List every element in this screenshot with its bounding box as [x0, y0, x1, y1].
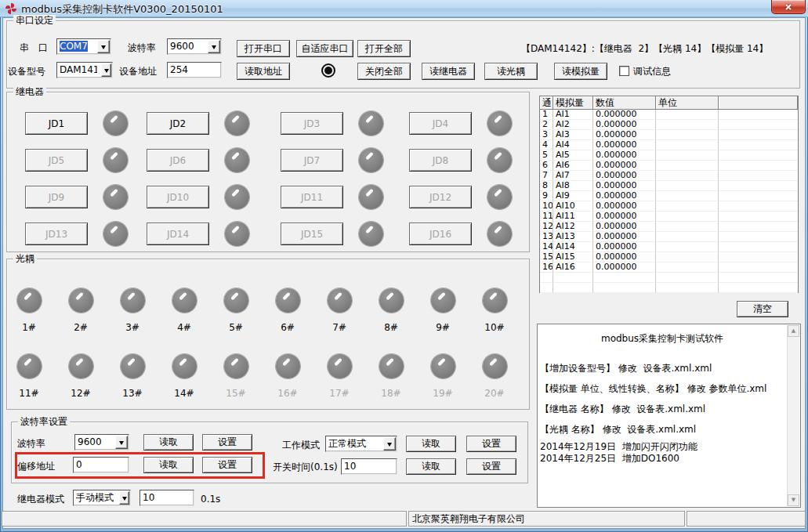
cell-name: AI9	[553, 191, 593, 201]
read-opto-button[interactable]: 读光耦	[484, 63, 538, 80]
read-addr-button[interactable]: 读取地址	[237, 63, 290, 80]
scroll-down-icon[interactable]: ▼	[788, 494, 799, 506]
cell-unit	[656, 110, 719, 120]
scroll-up-icon[interactable]: ▲	[788, 325, 799, 337]
cell-unit	[656, 262, 719, 273]
opto-knob-icon	[121, 354, 145, 378]
clear-button[interactable]: 清空	[737, 301, 788, 317]
port-combo[interactable]: COM7	[56, 38, 111, 55]
relay-button[interactable]: JD15	[281, 223, 343, 245]
column-header[interactable]: 通	[540, 96, 553, 110]
switch-time-set-button[interactable]: 设置	[466, 458, 516, 475]
opto-knob-icon	[328, 354, 352, 378]
relay-button[interactable]: JD5	[25, 149, 88, 172]
baud-combo[interactable]: 9600	[167, 38, 222, 55]
opto-knob-icon	[69, 354, 93, 378]
opto-label: 12#	[71, 388, 90, 399]
opto-item: 20#	[469, 354, 520, 399]
info-line: 【增加设备型号】 修改 设备表.xml.xml	[540, 363, 784, 374]
chevron-down-icon[interactable]	[97, 40, 110, 53]
opto-label: 3#	[125, 322, 139, 333]
relay-button[interactable]: JD9	[25, 186, 88, 208]
opto-item: 11#	[3, 354, 55, 399]
column-header[interactable]: 单位	[656, 96, 719, 110]
close-all-button[interactable]: 关闭全部	[357, 63, 411, 80]
chevron-down-icon[interactable]	[383, 437, 396, 451]
relay-button[interactable]: JD6	[147, 149, 209, 172]
relay-button[interactable]: JD1	[25, 112, 88, 135]
cell-channel	[540, 273, 553, 283]
title-bar[interactable]: modbus采集控制卡软件V0300_20150101	[0, 0, 808, 17]
relay-mode-value: 手动模式	[76, 492, 114, 503]
relay-cell: JD3	[268, 105, 397, 142]
column-header[interactable]	[719, 96, 798, 110]
status-panel-left	[2, 511, 407, 527]
cell-unit	[656, 273, 719, 283]
relay-button[interactable]: JD14	[147, 223, 209, 245]
relay-cell: JD11	[268, 179, 397, 215]
switch-time-input[interactable]: 10	[341, 458, 397, 475]
opto-label: 19#	[433, 388, 452, 399]
relay-button[interactable]: JD10	[147, 186, 209, 208]
work-mode-combo[interactable]: 正常模式	[325, 436, 397, 452]
cell-name: AI1	[553, 110, 593, 120]
switch-time-read-button[interactable]: 读取	[406, 458, 456, 475]
relay-button[interactable]: JD11	[281, 186, 343, 208]
column-header[interactable]: 模拟量	[553, 96, 593, 110]
read-relay-button[interactable]: 读继电器	[422, 63, 475, 80]
chevron-down-icon[interactable]	[115, 436, 128, 449]
opto-label: 4#	[177, 322, 191, 333]
relay-button[interactable]: JD3	[281, 112, 343, 135]
relay-mode-time-input[interactable]: 10	[139, 490, 194, 506]
cell-name: AI10	[553, 201, 593, 212]
model-label: 设备型号	[8, 66, 45, 78]
chevron-down-icon[interactable]	[119, 491, 129, 505]
opto-knob-icon	[121, 288, 145, 313]
cell-channel: 5	[540, 150, 553, 161]
model-combo[interactable]: DAM14142	[56, 62, 113, 78]
status-indicator-icon	[321, 63, 335, 78]
auto-port-button[interactable]: 自适应串口	[296, 40, 353, 57]
chevron-down-icon[interactable]	[101, 63, 111, 77]
column-header[interactable]: 数值	[593, 96, 656, 110]
relay-button[interactable]: JD8	[409, 149, 472, 172]
baud2-combo[interactable]: 9600	[74, 434, 129, 451]
relay-button[interactable]: JD12	[409, 186, 472, 208]
opto-knob-icon	[172, 288, 197, 313]
cell-unit	[656, 212, 719, 222]
relay-knob-icon	[359, 111, 383, 136]
relay-knob-icon	[359, 222, 383, 246]
relay-mode-combo[interactable]: 手动模式	[73, 490, 131, 506]
cell-unit	[656, 171, 719, 181]
cell-name: AI3	[553, 130, 593, 140]
relay-button[interactable]: JD13	[25, 223, 88, 245]
relay-cell: JD7	[268, 142, 397, 179]
open-port-button[interactable]: 打开串口	[237, 40, 290, 57]
open-all-button[interactable]: 打开全部	[357, 40, 411, 57]
cell-unit	[656, 130, 719, 140]
cell-channel	[540, 283, 553, 293]
read-analog-button[interactable]: 读模拟量	[554, 63, 607, 80]
cell-channel: 2	[540, 120, 553, 130]
cell-extra	[719, 262, 798, 273]
work-mode-read-button[interactable]: 读取	[406, 436, 456, 452]
switch-time-label: 开关时间(0.1s)	[273, 461, 338, 473]
baud-set-button[interactable]: 设置	[202, 434, 252, 451]
app-window: modbus采集控制卡软件V0300_20150101 串口设定 串 口 COM…	[0, 0, 808, 532]
cell-extra	[719, 252, 798, 262]
relay-button[interactable]: JD2	[147, 112, 209, 135]
cell-value	[593, 273, 656, 283]
relay-knob-icon	[225, 111, 249, 136]
port-label: 串 口	[20, 42, 48, 54]
baud-read-button[interactable]: 读取	[143, 434, 194, 451]
info-scrollbar[interactable]: ▲ ▼	[787, 325, 799, 506]
work-mode-set-button[interactable]: 设置	[466, 436, 516, 452]
relay-knob-icon	[359, 148, 383, 172]
relay-button[interactable]: JD4	[409, 112, 472, 135]
addr-input[interactable]: 254	[167, 62, 222, 78]
relay-button[interactable]: JD7	[281, 149, 343, 172]
debug-checkbox[interactable]	[619, 66, 629, 76]
close-button[interactable]	[771, 0, 806, 14]
relay-button[interactable]: JD16	[409, 223, 472, 245]
chevron-down-icon[interactable]	[208, 40, 220, 53]
